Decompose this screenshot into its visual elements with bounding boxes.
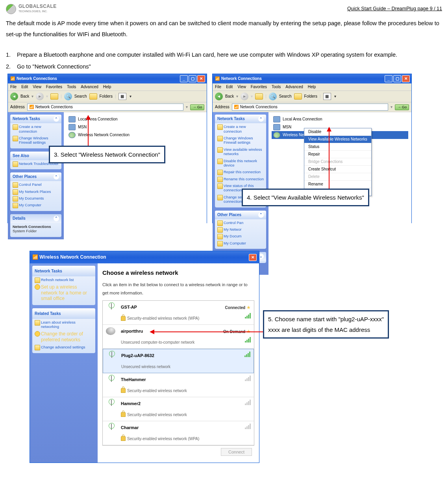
task-disable[interactable]: Disable this network device: [215, 157, 266, 169]
network-row[interactable]: CharmarSecurity-enabled wireless network…: [103, 421, 254, 445]
forward-button[interactable]: ►: [241, 93, 248, 100]
place-my-network[interactable]: My Network Places: [10, 188, 61, 195]
folders-button[interactable]: [89, 93, 97, 100]
menu-tools[interactable]: Tools: [272, 85, 281, 89]
back-button[interactable]: ◄: [215, 93, 223, 100]
content-area[interactable]: Local Area Connection MSN Wireless Netwo…: [64, 112, 207, 239]
collapse-icon[interactable]: ⌃: [258, 212, 264, 218]
menu-tools[interactable]: Tools: [67, 85, 76, 89]
menu-bar[interactable]: File Edit View Favorites Tools Advanced …: [213, 83, 411, 91]
address-label: Address: [10, 105, 25, 109]
menu-favorites[interactable]: Favorites: [251, 85, 267, 89]
menu-view[interactable]: View: [33, 85, 41, 89]
titlebar[interactable]: 📶Network Connections _ ▢ ✕: [213, 74, 411, 83]
folders-button[interactable]: [294, 93, 302, 100]
signal-bars-icon: [245, 313, 251, 318]
menu-edit[interactable]: Edit: [226, 85, 233, 89]
place-my-documents[interactable]: My Docum: [215, 233, 266, 239]
window-title: Network Connections: [17, 76, 57, 81]
titlebar[interactable]: 📶Network Connections _ ▢ ✕: [8, 74, 207, 83]
maximize-button[interactable]: ▢: [393, 75, 401, 82]
menu-bar[interactable]: File Edit View Favorites Tools Advanced …: [8, 83, 207, 91]
menu-help[interactable]: Help: [103, 85, 111, 89]
forward-button[interactable]: ►: [36, 93, 44, 100]
task-learn[interactable]: Learn about wireless networking: [32, 319, 95, 330]
menu-file[interactable]: File: [215, 85, 221, 89]
views-button[interactable]: ▦: [118, 93, 126, 100]
views-button[interactable]: ▦: [323, 93, 331, 100]
task-create-connection[interactable]: Create a new connection: [215, 123, 266, 135]
network-row[interactable]: airportthruUnsecured computer-to-compute…: [103, 325, 254, 349]
collapse-icon[interactable]: ⌃: [258, 116, 264, 122]
close-button[interactable]: ✕: [197, 75, 205, 82]
place-my-computer[interactable]: My Computer: [215, 240, 266, 246]
network-row[interactable]: Plug2-uAP-8632Unsecured wireless network: [103, 349, 254, 373]
ctx-status[interactable]: Status: [304, 143, 371, 151]
address-input[interactable]: 📶 Network Connections: [27, 104, 184, 111]
ctx-shortcut[interactable]: Create Shortcut: [304, 166, 371, 173]
place-my-computer[interactable]: My Computer: [10, 202, 61, 208]
network-desc: Security-enabled wireless network (WPA): [121, 315, 221, 322]
ctx-disable[interactable]: Disable: [304, 128, 371, 136]
collapse-icon[interactable]: ⌃: [54, 116, 59, 122]
network-desc: Security-enabled wireless network: [121, 411, 241, 418]
connection-msn[interactable]: MSN: [67, 123, 204, 131]
ctx-view-wireless[interactable]: View Available Wireless Networks: [304, 136, 371, 143]
ctx-rename[interactable]: Rename: [304, 181, 371, 188]
main-content: Choose a wireless network Click an item …: [98, 263, 259, 463]
network-row[interactable]: TheHammerSecurity-enabled wireless netwo…: [103, 373, 254, 397]
up-button[interactable]: [50, 93, 58, 100]
task-refresh[interactable]: Refresh network list: [32, 276, 95, 283]
menu-advanced[interactable]: Advanced: [81, 85, 98, 89]
toolbar: ◄ Back ▾ ► ▾ | 🔍 Search Folders | ▦▾: [213, 91, 411, 102]
search-icon[interactable]: 🔍: [269, 93, 277, 100]
back-button[interactable]: ◄: [10, 93, 18, 100]
minimize-button[interactable]: _: [180, 75, 188, 82]
ctx-repair[interactable]: Repair: [304, 151, 371, 158]
network-row[interactable]: GST-APSecurity-enabled wireless network …: [103, 301, 254, 325]
close-button[interactable]: ✕: [249, 254, 257, 261]
sidebar: Network Tasks⌃ Create a new connection C…: [8, 112, 64, 239]
network-desc: Security-enabled wireless network: [121, 387, 241, 394]
task-firewall[interactable]: Change Windows Firewall settings: [10, 135, 61, 146]
address-input[interactable]: 📶 Network Connections: [232, 104, 389, 111]
minimize-button[interactable]: _: [385, 75, 392, 82]
menu-file[interactable]: File: [10, 85, 17, 89]
place-control-panel[interactable]: Control Panel: [10, 181, 61, 188]
collapse-icon[interactable]: ⌃: [54, 174, 59, 180]
task-rename[interactable]: Rename this connection: [215, 176, 266, 182]
task-view-wireless[interactable]: View available wireless networks: [215, 146, 266, 157]
maximize-button[interactable]: ▢: [189, 75, 196, 82]
menu-edit[interactable]: Edit: [21, 85, 28, 89]
titlebar[interactable]: 📶 Wireless Network Connection ✕: [30, 251, 259, 263]
connect-button[interactable]: Connect: [221, 448, 252, 456]
place-my-network[interactable]: My Networ: [215, 226, 266, 233]
connection-lan[interactable]: Local Area Connection: [67, 115, 204, 123]
search-icon[interactable]: 🔍: [64, 93, 72, 100]
task-setup-network[interactable]: Set up a wireless network for a home or …: [32, 283, 95, 302]
close-button[interactable]: ✕: [402, 75, 410, 82]
network-row[interactable]: Hammer2Security-enabled wireless network: [103, 397, 254, 421]
menu-favorites[interactable]: Favorites: [46, 85, 62, 89]
menu-advanced[interactable]: Advanced: [285, 85, 303, 89]
address-bar: Address 📶 Network Connections ▾ → Go: [8, 102, 207, 112]
go-button[interactable]: → Go: [395, 104, 409, 110]
task-advanced[interactable]: Change advanced settings: [32, 344, 95, 350]
network-list[interactable]: GST-APSecurity-enabled wireless network …: [102, 300, 254, 445]
place-my-documents[interactable]: My Documents: [10, 195, 61, 202]
place-control-panel[interactable]: Control Pan: [215, 219, 266, 226]
task-change-order[interactable]: Change the order of preferred networks: [32, 330, 95, 344]
lock-icon: [121, 436, 126, 441]
task-firewall[interactable]: Change Windows Firewall settings: [215, 135, 266, 146]
menu-help[interactable]: Help: [308, 85, 316, 89]
go-button[interactable]: → Go: [190, 104, 204, 110]
connection-lan[interactable]: Local Area Connection: [272, 115, 408, 123]
menu-view[interactable]: View: [237, 85, 246, 89]
task-repair[interactable]: Repair this connection: [215, 168, 266, 175]
lock-icon: [121, 412, 126, 417]
connection-wireless[interactable]: Wireless Network Connection: [67, 131, 204, 139]
collapse-icon[interactable]: ⌃: [54, 216, 59, 221]
context-menu[interactable]: Disable View Available Wireless Networks…: [304, 128, 372, 196]
up-button[interactable]: [255, 93, 263, 100]
task-create-connection[interactable]: Create a new connection: [10, 123, 61, 135]
